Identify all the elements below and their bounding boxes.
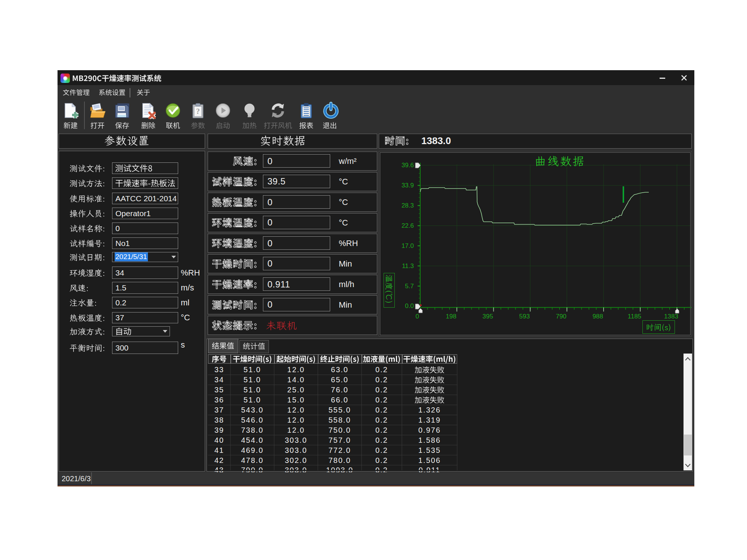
svg-text:?: ? xyxy=(196,107,200,115)
